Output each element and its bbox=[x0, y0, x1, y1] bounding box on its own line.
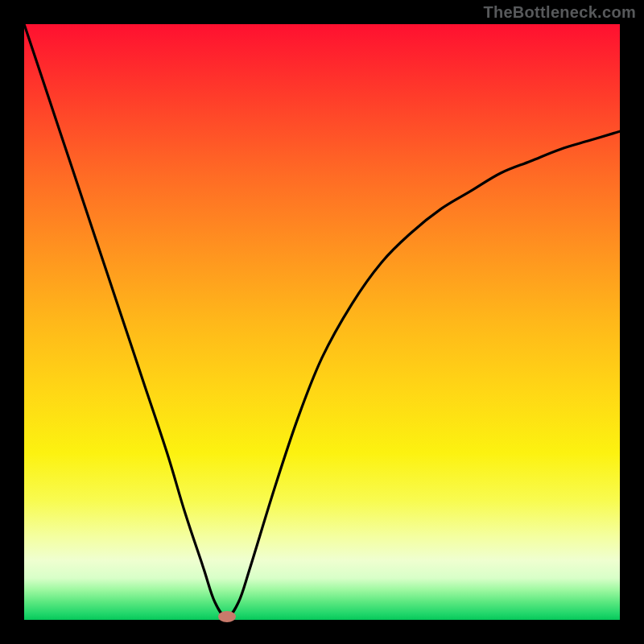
curve-line bbox=[24, 24, 620, 620]
optimum-marker bbox=[218, 611, 236, 622]
chart-container: TheBottleneck.com bbox=[0, 0, 644, 644]
plot-area bbox=[24, 24, 620, 620]
watermark: TheBottleneck.com bbox=[483, 3, 636, 22]
